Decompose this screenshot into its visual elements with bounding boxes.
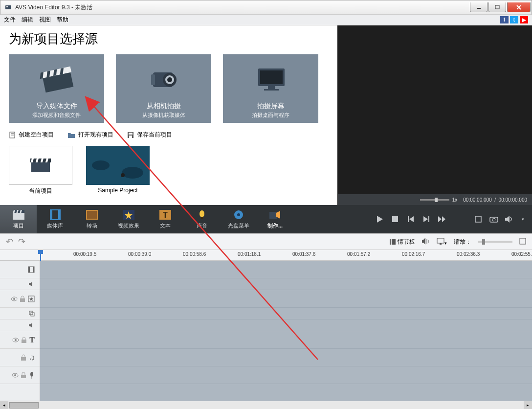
tabs-bar: 项目 媒体库 转场 视频效果 T 文本 声音 光盘菜单 制作... ▾ <box>0 205 532 233</box>
save-current-project[interactable]: 保存当前项目 <box>127 131 172 139</box>
fullscreen-button[interactable] <box>475 216 482 223</box>
mic-icon <box>29 372 35 379</box>
redo-button[interactable]: ↷ <box>18 236 25 247</box>
new-blank-project[interactable]: 创建空白项目 <box>9 131 54 139</box>
capture-camera-button[interactable]: 从相机拍摄 从摄像机获取媒体 <box>116 54 211 123</box>
capture-camera-title: 从相机拍摄 <box>147 102 181 111</box>
audio-mix-button[interactable] <box>422 238 430 246</box>
lock-icon <box>22 337 26 343</box>
scroll-right-button[interactable]: ▸ <box>524 401 532 409</box>
voice-track-header[interactable] <box>0 366 40 384</box>
overlay-audio-header[interactable] <box>0 319 40 331</box>
svg-rect-69 <box>392 239 396 245</box>
timeline-hscrollbar[interactable]: ◂ ▸ <box>0 401 532 409</box>
svg-rect-77 <box>28 267 30 273</box>
timeline-tracks: T ♫ <box>0 261 532 406</box>
tab-audio[interactable]: 声音 <box>183 205 220 233</box>
timeline-body[interactable] <box>40 261 532 406</box>
tab-text[interactable]: T 文本 <box>147 205 183 233</box>
overlay-icon <box>29 311 35 317</box>
svg-point-89 <box>15 339 17 341</box>
next-button[interactable] <box>423 216 430 223</box>
play-button[interactable] <box>377 216 383 223</box>
zoom-label: 缩放： <box>454 238 471 246</box>
menu-file[interactable]: 文件 <box>4 16 16 24</box>
video-audio-header[interactable] <box>0 278 40 290</box>
folder-icon <box>67 132 75 138</box>
eye-icon <box>12 372 18 378</box>
display-settings-button[interactable]: ▾ <box>437 238 447 246</box>
undo-button[interactable]: ↶ <box>6 236 13 247</box>
menu-view[interactable]: 视图 <box>39 16 51 24</box>
volume-button[interactable] <box>506 216 513 223</box>
svg-rect-74 <box>440 243 442 245</box>
source-panel: 为新项目选择源 导入媒体文件 添加视频和音频文件 从相机拍摄 从摄像机获取媒体 <box>0 25 337 205</box>
effects-track-header[interactable] <box>0 290 40 308</box>
svg-marker-79 <box>29 282 32 287</box>
chevron-down-icon[interactable]: ▾ <box>522 217 524 222</box>
youtube-icon[interactable]: ▶ <box>520 16 528 23</box>
twitter-icon[interactable]: t <box>510 16 518 23</box>
svg-point-34 <box>92 160 110 170</box>
sample-project-thumb[interactable]: Sample Project <box>86 146 150 195</box>
menu-edit[interactable]: 编辑 <box>22 16 33 24</box>
timeline-ruler[interactable]: 00:00:19.5 00:00:39.0 00:00:58.6 00:01:1… <box>0 250 532 261</box>
step-button[interactable] <box>439 216 445 223</box>
clapperboard-icon <box>12 209 25 220</box>
tab-produce[interactable]: 制作... <box>257 205 293 233</box>
scrollbar-thumb[interactable] <box>9 402 39 409</box>
scroll-left-button[interactable]: ◂ <box>0 401 8 409</box>
window-titlebar: AVS Video Editor 9.3 - 未激活 <box>0 0 532 15</box>
open-existing-project[interactable]: 打开现有项目 <box>67 131 113 139</box>
tab-video-effects[interactable]: 视频效果 <box>110 205 147 233</box>
svg-marker-59 <box>409 216 414 222</box>
svg-point-93 <box>14 374 16 376</box>
svg-rect-78 <box>33 267 34 273</box>
import-media-button[interactable]: 导入媒体文件 添加视频和音频文件 <box>9 54 104 123</box>
capture-screen-button[interactable]: 拍摄屏幕 拍摄桌面与程序 <box>223 54 318 123</box>
music-icon: ♫ <box>29 353 35 362</box>
prev-button[interactable] <box>407 216 414 223</box>
audio-track-header[interactable]: ♫ <box>0 349 40 366</box>
tab-disc-menu[interactable]: 光盘菜单 <box>220 205 257 233</box>
minimize-button[interactable] <box>470 2 488 12</box>
svg-point-66 <box>492 218 495 221</box>
speaker-icon <box>29 323 35 328</box>
tab-transitions[interactable]: 转场 <box>73 205 110 233</box>
storyboard-button[interactable]: 情节板 <box>390 238 415 246</box>
close-button[interactable] <box>507 2 531 12</box>
storyboard-icon <box>390 239 396 245</box>
maximize-button[interactable] <box>488 2 506 12</box>
facebook-icon[interactable]: f <box>500 16 509 23</box>
text-track-header[interactable]: T <box>0 331 40 349</box>
svg-marker-84 <box>29 297 33 301</box>
menu-bar: 文件 编辑 视图 帮助 f t ▶ <box>0 15 532 25</box>
tab-project[interactable]: 项目 <box>0 205 37 233</box>
preview-screen[interactable] <box>338 25 532 194</box>
svg-rect-25 <box>129 133 133 135</box>
svg-rect-46 <box>87 211 97 219</box>
overlay-track-header[interactable] <box>0 308 40 319</box>
zoom-fit-button[interactable] <box>519 238 526 246</box>
svg-text:T: T <box>163 211 168 219</box>
svg-rect-60 <box>428 216 429 222</box>
lock-icon <box>20 296 25 302</box>
window-title: AVS Video Editor 9.3 - 未激活 <box>15 3 92 12</box>
stop-button[interactable] <box>392 216 399 223</box>
svg-rect-52 <box>201 217 203 219</box>
svg-rect-91 <box>21 357 26 361</box>
current-project-thumb[interactable]: 当前项目 <box>9 146 72 195</box>
tab-media-library[interactable]: 媒体库 <box>37 205 73 233</box>
menu-help[interactable]: 帮助 <box>57 16 68 24</box>
import-media-sub: 添加视频和音频文件 <box>32 112 81 119</box>
monitor-icon <box>251 54 290 102</box>
document-icon <box>9 132 16 138</box>
microphone-icon <box>196 209 208 220</box>
timeline-zoom-slider[interactable] <box>478 241 512 243</box>
svg-rect-26 <box>129 136 132 138</box>
preview-zoom-slider[interactable]: 1x <box>420 197 458 203</box>
snapshot-button[interactable] <box>490 216 497 223</box>
eye-icon <box>13 337 19 343</box>
film-icon <box>28 266 35 273</box>
video-track-header[interactable] <box>0 261 40 278</box>
